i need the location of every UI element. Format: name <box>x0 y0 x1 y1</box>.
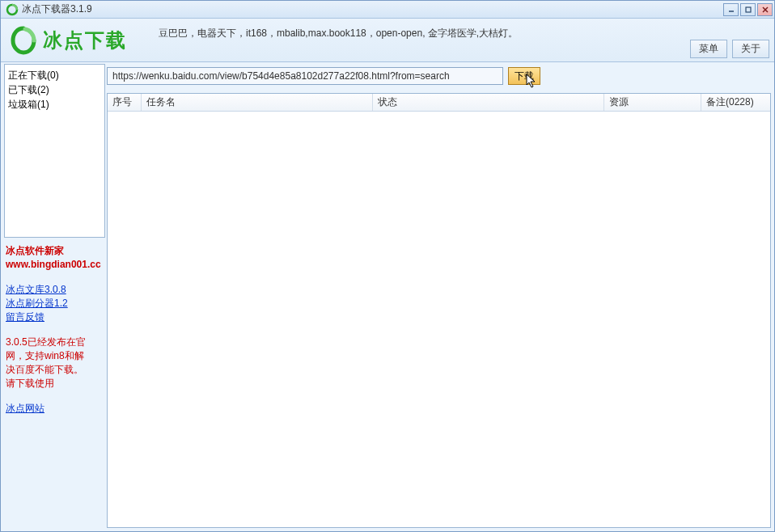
titlebar[interactable]: 冰点下载器3.1.9 <box>1 1 774 19</box>
app-icon <box>6 3 19 16</box>
col-index[interactable]: 序号 <box>108 94 142 111</box>
col-taskname[interactable]: 任务名 <box>142 94 373 111</box>
url-row: 下载 <box>107 64 771 90</box>
window-controls <box>723 3 773 16</box>
main: 下载 序号 任务名 状态 资源 备注(0228) <box>105 62 774 531</box>
close-button[interactable] <box>757 3 773 16</box>
header-buttons: 菜单 关于 <box>690 40 769 58</box>
header: 冰点下载 豆巴巴，电器天下，it168，mbalib,max.book118，o… <box>1 19 774 62</box>
sidebar-item-downloaded[interactable]: 已下载(2) <box>8 82 101 97</box>
window-title: 冰点下载器3.1.9 <box>22 2 723 16</box>
marquee-text: 豆巴巴，电器天下，it168，mbalib,max.book118，open-o… <box>159 27 518 40</box>
about-button[interactable]: 关于 <box>732 40 769 58</box>
col-note[interactable]: 备注(0228) <box>701 94 770 111</box>
promo-title: 冰点软件新家 <box>6 244 104 258</box>
col-status[interactable]: 状态 <box>373 94 604 111</box>
promo-url: www.bingdian001.cc <box>6 258 104 272</box>
link-wenku[interactable]: 冰点文库3.0.8 <box>6 283 104 297</box>
task-table: 序号 任务名 状态 资源 备注(0228) <box>107 93 771 528</box>
body: 正在下载(0) 已下载(2) 垃圾箱(1) 冰点软件新家 www.bingdia… <box>1 62 774 531</box>
link-feedback[interactable]: 留言反馈 <box>6 310 104 324</box>
logo-text: 冰点下载 <box>43 27 127 53</box>
app-window: 冰点下载器3.1.9 冰点下载 豆巴巴，电器天下，it168，mbalib,ma… <box>0 0 775 532</box>
url-input[interactable] <box>107 67 503 85</box>
col-resource[interactable]: 资源 <box>604 94 701 111</box>
download-button[interactable]: 下载 <box>508 67 540 85</box>
maximize-button[interactable] <box>740 3 756 16</box>
link-site[interactable]: 冰点网站 <box>6 402 104 416</box>
notice-line-2: 网，支持win8和解 <box>6 349 104 363</box>
svg-rect-2 <box>746 7 751 12</box>
link-shuafen[interactable]: 冰点刷分器1.2 <box>6 297 104 310</box>
menu-button[interactable]: 菜单 <box>690 40 727 58</box>
sidebar: 正在下载(0) 已下载(2) 垃圾箱(1) 冰点软件新家 www.bingdia… <box>1 62 105 531</box>
table-header: 序号 任务名 状态 资源 备注(0228) <box>108 94 770 112</box>
sidebar-status-list: 正在下载(0) 已下载(2) 垃圾箱(1) <box>4 64 105 238</box>
notice-line-3: 决百度不能下载。 <box>6 363 104 377</box>
sidebar-item-downloading[interactable]: 正在下载(0) <box>8 68 101 82</box>
sidebar-item-trash[interactable]: 垃圾箱(1) <box>8 97 101 112</box>
minimize-button[interactable] <box>723 3 739 16</box>
notice-line-1: 3.0.5已经发布在官 <box>6 336 104 349</box>
notice-line-4: 请下载使用 <box>6 377 104 391</box>
logo: 冰点下载 <box>9 26 127 55</box>
logo-icon <box>9 26 38 55</box>
sidebar-info: 冰点软件新家 www.bingdian001.cc 冰点文库3.0.8 冰点刷分… <box>4 238 105 422</box>
